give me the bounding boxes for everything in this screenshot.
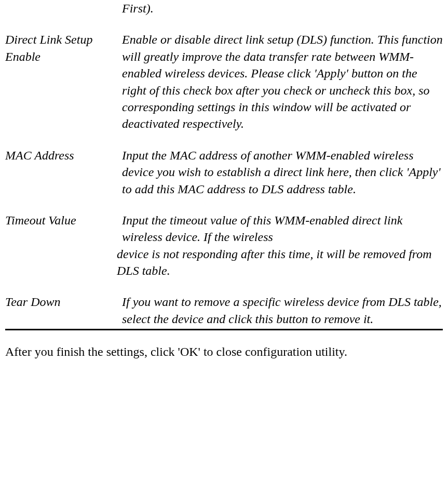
definition-label — [5, 0, 122, 17]
definition-row: Timeout Value Input the timeout value of… — [5, 212, 443, 279]
definition-description: If you want to remove a specific wireles… — [122, 293, 443, 327]
definition-label: Timeout Value — [5, 212, 122, 279]
definition-description: Input the MAC address of another WMM-ena… — [122, 147, 443, 197]
definition-row: MAC Address Input the MAC address of ano… — [5, 147, 443, 197]
definition-description: Enable or disable direct link setup (DLS… — [122, 31, 443, 132]
definition-row: First). — [5, 0, 443, 17]
definition-label: MAC Address — [5, 147, 122, 197]
definition-label: Direct Link Setup Enable — [5, 31, 122, 132]
definition-description: First). — [122, 0, 443, 17]
footer-text: After you finish the settings, click 'OK… — [5, 343, 443, 360]
definition-description-part1: Input the timeout value of this WMM-enab… — [122, 213, 402, 244]
document-content: First). Direct Link Setup Enable Enable … — [5, 0, 443, 360]
definition-row: Tear Down If you want to remove a specif… — [5, 293, 443, 327]
section-divider — [5, 329, 443, 330]
definition-description: Input the timeout value of this WMM-enab… — [122, 212, 443, 279]
definition-description-part2: device is not responding after this time… — [117, 246, 443, 279]
definition-row: Direct Link Setup Enable Enable or disab… — [5, 31, 443, 132]
definition-label: Tear Down — [5, 293, 122, 327]
